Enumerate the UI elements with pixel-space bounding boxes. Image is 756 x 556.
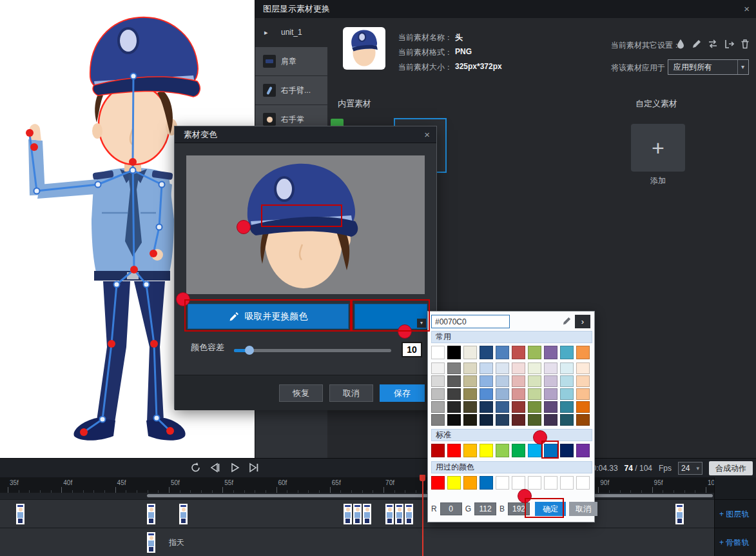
color-swatch[interactable] — [463, 444, 477, 457]
color-swatch[interactable] — [496, 388, 509, 400]
save-button[interactable]: 保存 — [380, 384, 425, 402]
color-swatch[interactable] — [576, 444, 590, 457]
color-swatch[interactable] — [431, 362, 445, 374]
color-swatch[interactable] — [447, 375, 461, 387]
fps-select[interactable]: 24 ▾ — [678, 462, 703, 475]
color-swatch[interactable] — [560, 476, 574, 490]
timeline-thumbnail[interactable] — [405, 504, 413, 524]
b-input[interactable] — [508, 502, 530, 515]
add-layer-track-button[interactable]: + 图层轨 — [715, 499, 756, 528]
color-swatch[interactable] — [512, 375, 525, 387]
color-swatch[interactable] — [431, 414, 445, 426]
color-swatch[interactable] — [576, 476, 590, 490]
timeline-thumbnail[interactable] — [16, 504, 24, 524]
color-swatch[interactable] — [447, 362, 461, 374]
color-swatch[interactable] — [447, 346, 461, 359]
pen-icon[interactable] — [562, 316, 572, 326]
color-swatch[interactable] — [463, 414, 477, 426]
color-swatch[interactable] — [496, 375, 509, 387]
play-button[interactable] — [228, 461, 241, 474]
color-swatch[interactable] — [431, 476, 445, 490]
export-icon[interactable] — [724, 39, 734, 49]
color-swatch[interactable] — [560, 444, 574, 457]
color-swatch[interactable] — [496, 476, 509, 490]
timeline-thumbnail[interactable] — [179, 504, 188, 524]
color-swatch[interactable] — [544, 444, 557, 457]
expand-button[interactable]: › — [575, 315, 590, 328]
recolor-icon[interactable] — [675, 39, 686, 49]
color-swatch[interactable] — [463, 401, 477, 413]
color-swatch[interactable] — [512, 401, 525, 413]
color-swatch[interactable] — [447, 444, 461, 457]
color-swatch[interactable] — [512, 388, 525, 400]
color-swatch[interactable] — [512, 444, 525, 457]
color-swatch[interactable] — [480, 388, 493, 400]
color-swatch[interactable] — [576, 414, 590, 426]
picker-cancel-button[interactable]: 取消 — [569, 502, 597, 516]
color-swatch[interactable] — [447, 414, 461, 426]
timeline-thumbnail[interactable] — [147, 532, 155, 553]
color-swatch[interactable] — [431, 401, 445, 413]
color-swatch[interactable] — [512, 362, 525, 374]
color-swatch[interactable] — [447, 388, 461, 400]
layer-item-right-arm[interactable]: 右手臂... — [255, 76, 327, 105]
color-swatch[interactable] — [480, 362, 493, 374]
color-swatch[interactable] — [528, 444, 541, 457]
color-swatch[interactable] — [496, 362, 509, 374]
color-swatch[interactable] — [560, 362, 574, 374]
color-swatch[interactable] — [576, 401, 590, 413]
color-swatch[interactable] — [463, 375, 477, 387]
compose-action-button[interactable]: 合成动作 — [709, 461, 753, 475]
replacement-color-dropdown[interactable]: ▾ — [354, 304, 427, 329]
close-icon[interactable]: × — [744, 0, 750, 18]
color-swatch[interactable] — [560, 375, 574, 387]
color-swatch[interactable] — [447, 401, 461, 413]
r-input[interactable] — [440, 502, 462, 515]
color-swatch[interactable] — [431, 375, 445, 387]
next-frame-button[interactable] — [247, 461, 260, 474]
color-swatch[interactable] — [576, 362, 590, 374]
layer-item-unit1[interactable]: ▸ unit_1 — [255, 18, 327, 47]
timeline-thumbnail[interactable] — [363, 504, 371, 524]
timeline-track[interactable]: 指天 — [0, 528, 714, 556]
color-swatch[interactable] — [528, 375, 541, 387]
tolerance-slider[interactable] — [234, 349, 391, 352]
hex-color-input[interactable] — [431, 315, 510, 328]
timeline-thumbnail[interactable] — [344, 504, 352, 524]
color-swatch[interactable] — [447, 476, 461, 490]
color-swatch[interactable] — [496, 444, 509, 457]
color-swatch[interactable] — [431, 444, 445, 457]
color-swatch[interactable] — [576, 375, 590, 387]
color-swatch[interactable] — [480, 346, 493, 359]
color-swatch[interactable] — [496, 414, 509, 426]
timeline-ruler[interactable]: 35f40f45f50f55f60f65f70f75f80f85f90f95f1… — [0, 477, 714, 493]
color-swatch[interactable] — [576, 346, 590, 359]
replay-button[interactable] — [189, 461, 202, 474]
color-swatch[interactable] — [544, 346, 557, 359]
close-icon[interactable]: × — [424, 126, 430, 143]
color-swatch[interactable] — [512, 346, 525, 359]
color-swatch[interactable] — [576, 388, 590, 400]
color-swatch[interactable] — [544, 362, 557, 374]
tolerance-slider-thumb[interactable] — [245, 346, 254, 355]
delete-icon[interactable] — [740, 39, 750, 49]
color-swatch[interactable] — [463, 346, 477, 359]
layer-item-epaulette[interactable]: 肩章 — [255, 47, 327, 76]
color-swatch[interactable] — [480, 444, 493, 457]
color-swatch[interactable] — [480, 401, 493, 413]
color-swatch[interactable] — [512, 476, 525, 490]
color-swatch[interactable] — [480, 375, 493, 387]
color-swatch[interactable] — [528, 362, 541, 374]
color-swatch[interactable] — [480, 414, 493, 426]
color-swatch[interactable] — [528, 388, 541, 400]
add-material-tile[interactable]: + — [631, 124, 685, 172]
edit-icon[interactable] — [692, 39, 702, 49]
timeline-thumbnail[interactable] — [675, 504, 684, 524]
prev-frame-button[interactable] — [209, 461, 222, 474]
restore-button[interactable]: 恢复 — [279, 384, 323, 402]
color-swatch[interactable] — [544, 388, 557, 400]
color-swatch[interactable] — [544, 401, 557, 413]
color-swatch[interactable] — [528, 414, 541, 426]
color-swatch[interactable] — [463, 362, 477, 374]
ok-button[interactable]: 确定 — [535, 502, 566, 516]
